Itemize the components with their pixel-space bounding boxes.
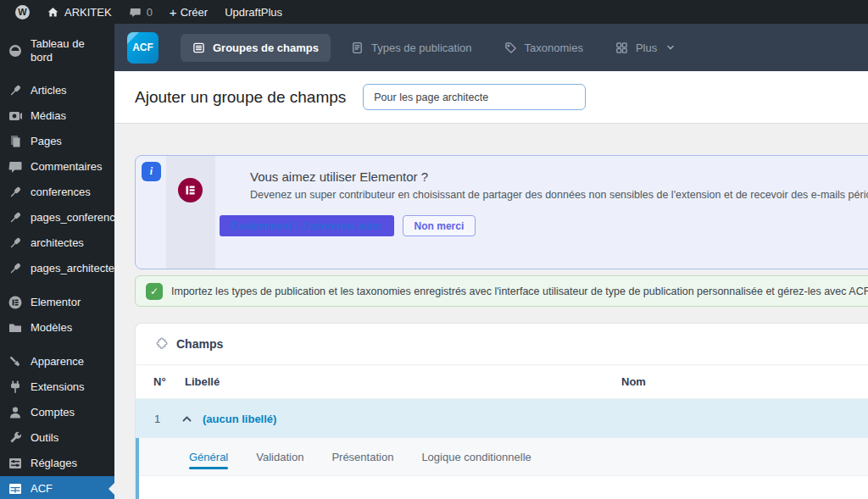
field-settings: Général Validation Présentation Logique …: [136, 438, 868, 499]
wordpress-menu-button[interactable]: W: [7, 0, 38, 24]
field-group-title-input[interactable]: [363, 84, 586, 110]
elementor-icon: [8, 295, 23, 310]
tab-groupes-de-champs[interactable]: Groupes de champs: [181, 34, 331, 62]
elementor-notice-content: Vous aimez utiliser Elementor ? Devenez …: [136, 156, 868, 236]
page-title: Ajouter un groupe de champs: [135, 88, 346, 107]
sidebar-item-label: Extensions: [31, 380, 85, 394]
tab-types-de-publication[interactable]: Types de publication: [339, 34, 484, 62]
info-icon: i: [142, 162, 161, 181]
pin-icon: [8, 185, 23, 200]
media-icon: [8, 108, 23, 124]
acf-nav: Groupes de champs Types de publication T…: [181, 34, 687, 62]
check-icon-glyph: ✓: [150, 286, 159, 297]
sidebar-item-label: conferences: [31, 186, 91, 199]
field-row-number: 1: [136, 413, 167, 425]
comments-count: 0: [147, 6, 153, 19]
column-label: Libellé: [185, 375, 621, 388]
sidebar-item-elementor[interactable]: Elementor: [0, 290, 114, 315]
menu-separator: [0, 281, 114, 290]
field-settings-tabs: Général Validation Présentation Logique …: [139, 438, 868, 476]
comments-admin-link[interactable]: 0: [120, 0, 161, 24]
tab-taxonomies[interactable]: Taxonomies: [492, 34, 595, 62]
import-notice: ✓ Importez les types de publication et l…: [135, 275, 868, 307]
plugin-icon: [8, 380, 23, 395]
field-tab-logique-conditionnelle[interactable]: Logique conditionnelle: [421, 438, 531, 475]
sidebar-item-architectes[interactable]: architectes: [0, 230, 114, 256]
sidebar-item-commentaires[interactable]: Commentaires: [0, 154, 114, 180]
menu-separator: [0, 341, 114, 349]
list-icon: [192, 42, 205, 54]
sidebar-item-pages-conference[interactable]: pages_conference: [0, 205, 114, 230]
sidebar-item-label: Pages: [31, 135, 62, 148]
field-row-label[interactable]: (aucun libellé): [203, 413, 276, 425]
elementor-notice-strip: [166, 156, 215, 269]
elementor-notice-body: Devenez un super contributeur en choisis…: [250, 189, 868, 201]
sidebar-item-modeles[interactable]: Modèles: [0, 315, 114, 341]
fields-table-header: N° Libellé Nom: [136, 365, 868, 399]
sidebar-item-label: ACF: [31, 482, 53, 496]
site-name: ARKITEK: [64, 6, 112, 19]
home-icon: [47, 6, 59, 19]
sidebar-item-medias[interactable]: Médias: [0, 103, 114, 129]
plus-icon: +: [170, 5, 177, 19]
field-row[interactable]: 1 (aucun libellé): [136, 399, 868, 438]
page-header: Ajouter un groupe de champs: [114, 71, 868, 124]
tab-label: Groupes de champs: [213, 42, 319, 54]
comments-icon: [8, 159, 23, 175]
elementor-notice-title: Vous aimez utiliser Elementor ?: [250, 169, 868, 184]
sidebar-item-label: pages_architecte: [31, 262, 114, 275]
elementor-accept-button[interactable]: Évidemment ! J'adorerais aider: [220, 215, 394, 236]
sidebar-item-reglages[interactable]: Réglages: [0, 451, 114, 476]
dashboard-icon: [8, 43, 23, 58]
info-icon-glyph: i: [150, 165, 153, 178]
wordpress-logo-icon: W: [15, 5, 30, 19]
main-area: ACF Groupes de champs Types de publicati…: [114, 24, 868, 499]
sidebar-item-conferences[interactable]: conferences: [0, 180, 114, 205]
field-settings-body: [139, 476, 868, 499]
pin-icon: [8, 83, 23, 98]
new-content-label: Créer: [181, 6, 209, 19]
sidebar-item-label: Elementor: [31, 296, 81, 309]
tab-plus[interactable]: Plus: [604, 34, 687, 62]
sidebar-item-pages[interactable]: Pages: [0, 129, 114, 154]
appearance-brush-icon: [8, 354, 23, 369]
pin-icon: [8, 261, 23, 276]
updraftplus-menu[interactable]: UpdraftPlus: [216, 0, 291, 24]
sidebar-item-label: Médias: [31, 109, 66, 123]
column-name: Nom: [621, 375, 646, 388]
sidebar-item-label: Comptes: [31, 406, 75, 419]
acf-logo[interactable]: ACF: [127, 32, 159, 64]
import-notice-sentence: Importez les types de publication et les…: [171, 286, 868, 297]
grid-icon: [615, 42, 628, 54]
sidebar-item-label: Articles: [31, 84, 67, 97]
sidebar-item-articles[interactable]: Articles: [0, 78, 114, 103]
sidebar-item-comptes[interactable]: Comptes: [0, 400, 114, 425]
document-icon: [351, 42, 364, 54]
chevron-up-icon[interactable]: [181, 413, 192, 424]
tag-icon: [504, 42, 517, 54]
field-tab-validation[interactable]: Validation: [256, 438, 303, 475]
field-tab-presentation[interactable]: Présentation: [331, 438, 393, 475]
sidebar-item-pages-architecte[interactable]: pages_architecte: [0, 256, 114, 281]
wrench-icon: [8, 430, 23, 446]
sidebar-item-apparence[interactable]: Apparence: [0, 349, 114, 374]
site-home-link[interactable]: ARKITEK: [38, 0, 120, 24]
sidebar-item-label: Réglages: [31, 457, 77, 470]
sidebar-item-dashboard[interactable]: Tableau de bord: [0, 32, 114, 69]
sidebar-item-acf[interactable]: ACF: [0, 476, 114, 499]
field-tab-general[interactable]: Général: [189, 438, 228, 475]
acf-table-icon: [8, 481, 23, 496]
sidebar-item-label: Apparence: [31, 355, 84, 369]
sidebar-item-extensions[interactable]: Extensions: [0, 374, 114, 400]
acf-header: ACF Groupes de champs Types de publicati…: [114, 24, 868, 71]
pin-icon: [8, 236, 23, 251]
tab-label: Types de publication: [371, 42, 472, 54]
new-content-button[interactable]: + Créer: [161, 0, 216, 24]
sidebar-item-label: Tableau de bord: [31, 37, 109, 64]
elementor-decline-button[interactable]: Non merci: [403, 215, 476, 236]
comments-bubble-icon: [129, 6, 142, 19]
sidebar-item-outils[interactable]: Outils: [0, 425, 114, 451]
fields-panel-header: Champs: [136, 324, 868, 365]
elementor-logo-icon: [178, 178, 203, 202]
content-area: i Vous aimez utilise: [114, 124, 868, 499]
